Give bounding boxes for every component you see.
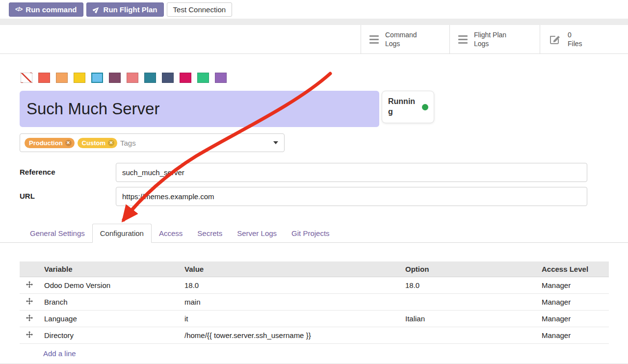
color-swatch-dark-blue[interactable] <box>162 73 174 83</box>
command-logs-line2: Logs <box>385 40 400 48</box>
tab-server-logs[interactable]: Server Logs <box>230 224 284 242</box>
handle-column-header <box>20 261 39 277</box>
cell-option[interactable] <box>400 327 537 344</box>
color-swatch-orange[interactable] <box>56 73 68 83</box>
tag-label: Custom <box>82 139 105 147</box>
test-connection-label: Test Connection <box>173 5 226 14</box>
cell-value[interactable]: it <box>180 311 400 327</box>
flight-plan-logs-line1: Flight Plan <box>474 31 506 39</box>
tab-secrets[interactable]: Secrets <box>190 224 230 242</box>
color-swatch-yellow[interactable] <box>74 73 85 83</box>
run-command-label: Run command <box>26 5 77 14</box>
top-toolbar: </> Run command Run Flight Plan Test Con… <box>0 0 628 19</box>
cell-option[interactable]: Italian <box>400 311 537 327</box>
reference-row: Reference <box>20 163 628 182</box>
files-button[interactable]: 0 Files <box>540 25 628 53</box>
table-header-row: Variable Value Option Access Level <box>20 261 609 277</box>
edit-icon <box>549 33 561 45</box>
cell-access[interactable]: Manager <box>537 277 609 294</box>
color-swatch-salmon[interactable] <box>127 73 138 83</box>
color-swatch-cyan[interactable] <box>91 73 103 83</box>
cell-variable[interactable]: Branch <box>39 294 180 311</box>
tags-field[interactable]: Production ✕ Custom ✕ Tags <box>20 133 285 152</box>
run-flight-plan-label: Run Flight Plan <box>104 5 157 14</box>
command-logs-line1: Command <box>385 31 417 39</box>
add-line-link[interactable]: Add a line <box>43 349 76 358</box>
chevron-down-icon[interactable] <box>273 141 278 144</box>
col-value: Value <box>180 261 400 277</box>
reference-label: Reference <box>20 163 116 182</box>
color-picker <box>21 73 628 83</box>
tab-git-projects[interactable]: Git Projects <box>284 224 337 242</box>
files-label: Files <box>568 40 582 48</box>
col-option: Option <box>400 261 537 277</box>
tag-label: Production <box>29 139 63 147</box>
cell-access[interactable]: Manager <box>537 311 609 327</box>
drag-handle-icon[interactable] <box>26 331 33 338</box>
cell-variable[interactable]: Directory <box>39 327 180 344</box>
remove-tag-icon[interactable]: ✕ <box>65 140 72 146</box>
url-label: URL <box>20 187 116 206</box>
table-row[interactable]: Odoo Demo Version 18.0 18.0 Manager <box>20 277 609 294</box>
color-swatch-fuchsia[interactable] <box>180 73 191 83</box>
color-swatch-green[interactable] <box>197 73 209 83</box>
cell-access[interactable]: Manager <box>537 327 609 344</box>
server-name-input[interactable]: Such Much Server <box>20 91 379 127</box>
flight-plan-logs-line2: Logs <box>474 40 489 48</box>
run-flight-plan-button[interactable]: Run Flight Plan <box>86 2 164 17</box>
title-row: Such Much Server Running <box>20 91 628 127</box>
flight-plan-logs-button[interactable]: Flight Plan Logs <box>449 25 540 53</box>
cell-access[interactable]: Manager <box>537 294 609 311</box>
menu-icon <box>458 35 468 44</box>
add-line-row: Add a line <box>20 344 609 364</box>
tag-production[interactable]: Production ✕ <box>25 138 75 148</box>
drag-handle-icon[interactable] <box>26 314 33 321</box>
test-connection-button[interactable]: Test Connection <box>167 2 233 17</box>
code-icon: </> <box>15 6 22 13</box>
command-logs-button[interactable]: Command Logs <box>361 25 449 53</box>
cell-variable[interactable]: Odoo Demo Version <box>39 277 180 294</box>
status-card[interactable]: Running <box>382 91 434 123</box>
color-swatch-none[interactable] <box>21 73 32 83</box>
color-swatch-red[interactable] <box>38 73 50 83</box>
color-swatch-purple[interactable] <box>215 73 227 83</box>
drag-handle-icon[interactable] <box>26 281 33 288</box>
col-access-level: Access Level <box>537 261 609 277</box>
remove-tag-icon[interactable]: ✕ <box>108 140 114 146</box>
cell-value[interactable]: /home/{{ tower.server.ssh_username }} <box>180 327 400 344</box>
page: </> Run command Run Flight Plan Test Con… <box>0 0 628 364</box>
url-row: URL <box>20 187 628 206</box>
files-count: 0 <box>568 31 572 39</box>
table-row[interactable]: Directory /home/{{ tower.server.ssh_user… <box>20 327 609 344</box>
tab-access[interactable]: Access <box>152 224 190 242</box>
run-command-button[interactable]: </> Run command <box>9 2 83 17</box>
cell-value[interactable]: 18.0 <box>180 277 400 294</box>
reference-input[interactable] <box>116 163 587 182</box>
tab-general-settings[interactable]: General Settings <box>23 224 92 242</box>
color-swatch-teal[interactable] <box>144 73 156 83</box>
table-row[interactable]: Branch main Manager <box>20 294 609 311</box>
status-label: Running <box>388 97 416 117</box>
header-row: Command Logs Flight Plan Logs 0 Files <box>0 25 628 54</box>
table-row[interactable]: Language it Italian Manager <box>20 311 609 327</box>
status-dot <box>422 104 428 110</box>
col-variable: Variable <box>39 261 180 277</box>
notebook-tabs: General Settings Configuration Access Se… <box>0 224 628 243</box>
tag-custom[interactable]: Custom ✕ <box>78 138 117 148</box>
separator-band <box>0 19 628 25</box>
tags-placeholder: Tags <box>120 139 136 147</box>
plane-icon <box>93 6 100 13</box>
tab-configuration[interactable]: Configuration <box>92 224 152 243</box>
url-input[interactable] <box>116 187 587 206</box>
cell-value[interactable]: main <box>180 294 400 311</box>
cell-option[interactable] <box>400 294 537 311</box>
menu-icon <box>369 35 379 44</box>
color-swatch-dark-purple[interactable] <box>109 73 121 83</box>
configuration-table: Variable Value Option Access Level Odoo … <box>20 261 609 364</box>
cell-option[interactable]: 18.0 <box>400 277 537 294</box>
cell-variable[interactable]: Language <box>39 311 180 327</box>
drag-handle-icon[interactable] <box>26 298 33 305</box>
